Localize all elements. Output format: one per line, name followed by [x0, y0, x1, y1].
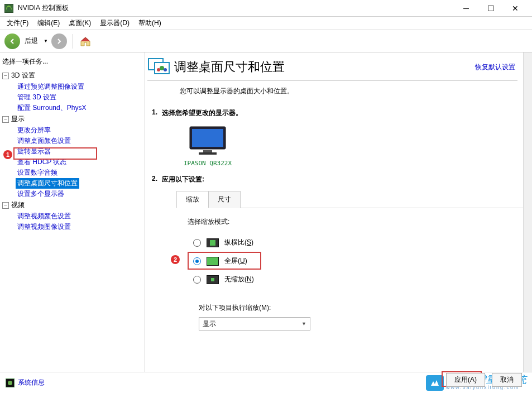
- radio-aspect-ratio[interactable]: 纵横比(S): [188, 233, 528, 252]
- radio-icon: [193, 257, 201, 265]
- sidebar-title: 选择一项任务...: [2, 55, 145, 70]
- scale-target-label: 对以下项目执行缩放(M):: [199, 303, 528, 313]
- chevron-down-icon: ▼: [301, 321, 306, 327]
- toolbar-separator: [73, 34, 73, 49]
- page-header-icon: [147, 57, 170, 77]
- collapse-icon[interactable]: −: [2, 116, 9, 123]
- close-button[interactable]: ✕: [503, 1, 528, 16]
- tree-item-adjust-size-position[interactable]: 调整桌面尺寸和位置: [16, 178, 79, 189]
- radio-fullscreen[interactable]: 全屏(U): [188, 252, 528, 270]
- tree-item-preview-image[interactable]: 通过预览调整图像设置: [16, 82, 86, 92]
- svg-rect-9: [210, 240, 215, 246]
- tree-item-desktop-color[interactable]: 调整桌面颜色设置: [16, 136, 73, 146]
- tree-item-video-color[interactable]: 调整视频颜色设置: [16, 211, 73, 222]
- svg-point-3: [157, 68, 160, 71]
- menu-desktop[interactable]: 桌面(K): [64, 17, 95, 30]
- scale-target-select[interactable]: 显示 ▼: [199, 317, 310, 330]
- system-info-link[interactable]: 系统信息: [18, 378, 45, 387]
- watermark-logo-icon: [426, 375, 444, 391]
- tree-section-3d[interactable]: − 3D 设置: [2, 70, 145, 82]
- window-title: NVIDIA 控制面板: [18, 3, 454, 13]
- page-header: 调整桌面尺寸和位置 恢复默认设置: [147, 56, 517, 81]
- back-button[interactable]: [4, 33, 20, 49]
- tab-scale[interactable]: 缩放: [176, 191, 209, 208]
- back-label: 后退: [25, 36, 38, 46]
- main-area: 选择一项任务... − 3D 设置 通过预览调整图像设置 管理 3D 设置 配置…: [0, 52, 532, 373]
- restore-defaults-link[interactable]: 恢复默认设置: [475, 63, 515, 72]
- maximize-button[interactable]: ☐: [478, 1, 503, 16]
- radio-label: 无缩放(N): [224, 275, 254, 284]
- annotation-badge-2: 2: [171, 255, 180, 264]
- aspect-ratio-icon: [207, 238, 219, 247]
- radio-no-scaling[interactable]: 无缩放(N): [188, 270, 528, 289]
- no-scaling-icon: [207, 275, 219, 284]
- step-2-number: 2.: [152, 175, 157, 184]
- sysinfo-icon: [6, 378, 15, 387]
- svg-rect-8: [199, 152, 217, 155]
- home-button[interactable]: [79, 35, 92, 48]
- menu-display[interactable]: 显示器(D): [95, 17, 134, 30]
- forward-button[interactable]: [51, 33, 67, 49]
- tab-content-scale: 选择缩放模式: 纵横比(S) 2 全屏(U) 无缩放(N): [176, 208, 528, 330]
- bottombar: 系统信息 白云一键重装系统 www.baiyunxitong.com 应用(A)…: [0, 372, 532, 393]
- menubar: 文件(F) 编辑(E) 桌面(K) 显示器(D) 帮助(H): [0, 17, 532, 30]
- nvidia-logo-icon: [4, 4, 13, 13]
- scale-mode-label: 选择缩放模式:: [188, 217, 528, 227]
- monitor-thumbnail[interactable]: IPASON QR322X: [180, 126, 236, 167]
- nav-tree: − 3D 设置 通过预览调整图像设置 管理 3D 设置 配置 Surround、…: [2, 70, 145, 232]
- tree-item-multi-display[interactable]: 设置多个显示器: [16, 189, 66, 199]
- svg-point-2: [160, 66, 164, 70]
- svg-rect-7: [203, 150, 212, 152]
- tree-item-manage-3d[interactable]: 管理 3D 设置: [16, 92, 58, 103]
- tabs: 缩放 尺寸: [176, 191, 528, 208]
- annotation-badge-1: 1: [3, 150, 12, 159]
- svg-point-4: [164, 68, 167, 71]
- radio-label: 纵横比(S): [224, 238, 253, 247]
- svg-rect-6: [192, 129, 223, 147]
- step-2-row: 2. 应用以下设置:: [147, 172, 528, 186]
- toolbar: 后退 ▼: [0, 30, 532, 52]
- content-pane: 调整桌面尺寸和位置 恢复默认设置 您可以调整显示器的桌面大小和位置。 1. 选择…: [145, 52, 532, 373]
- svg-rect-10: [207, 257, 218, 265]
- tree-section-video[interactable]: − 视频: [2, 199, 145, 211]
- minimize-button[interactable]: ─: [454, 1, 478, 16]
- radio-label: 全屏(U): [224, 256, 247, 266]
- svg-rect-11: [211, 278, 214, 281]
- tree-item-hdcp[interactable]: 查看 HDCP 状态: [16, 157, 68, 167]
- svg-point-12: [8, 381, 12, 385]
- radio-icon: [193, 276, 201, 284]
- page-title: 调整桌面尺寸和位置: [174, 59, 475, 75]
- monitor-name: IPASON QR322X: [180, 160, 236, 167]
- tree-item-video-image[interactable]: 调整视频图像设置: [16, 222, 73, 232]
- collapse-icon[interactable]: −: [2, 202, 9, 209]
- fullscreen-icon: [207, 257, 219, 266]
- step-1-row: 1. 选择您希望更改的显示器。: [147, 106, 528, 120]
- cancel-button[interactable]: 取消: [492, 373, 522, 387]
- titlebar: NVIDIA 控制面板 ─ ☐ ✕: [0, 0, 532, 17]
- sidebar: 选择一项任务... − 3D 设置 通过预览调整图像设置 管理 3D 设置 配置…: [0, 52, 145, 373]
- apply-button[interactable]: 应用(A): [446, 373, 485, 387]
- tree-item-rotate[interactable]: 旋转显示器: [16, 146, 52, 157]
- step-2-label: 应用以下设置:: [162, 175, 204, 184]
- scale-target-value: 显示: [203, 319, 216, 329]
- tree-section-display[interactable]: − 显示: [2, 113, 145, 125]
- tree-item-resolution[interactable]: 更改分辨率: [16, 125, 52, 136]
- collapse-icon[interactable]: −: [2, 73, 9, 79]
- tree-item-digital-audio[interactable]: 设置数字音频: [16, 167, 59, 178]
- page-description: 您可以调整显示器的桌面大小和位置。: [147, 81, 528, 106]
- menu-file[interactable]: 文件(F): [2, 17, 33, 30]
- scrollbar[interactable]: [523, 52, 532, 373]
- menu-edit[interactable]: 编辑(E): [33, 17, 64, 30]
- tab-size[interactable]: 尺寸: [208, 191, 241, 208]
- step-1-label: 选择您希望更改的显示器。: [162, 108, 242, 118]
- back-dropdown-icon[interactable]: ▼: [42, 39, 49, 44]
- menu-help[interactable]: 帮助(H): [134, 17, 166, 30]
- tree-item-surround-physx[interactable]: 配置 Surround、PhysX: [16, 103, 88, 113]
- step-1-number: 1.: [152, 108, 157, 118]
- radio-icon: [193, 239, 201, 247]
